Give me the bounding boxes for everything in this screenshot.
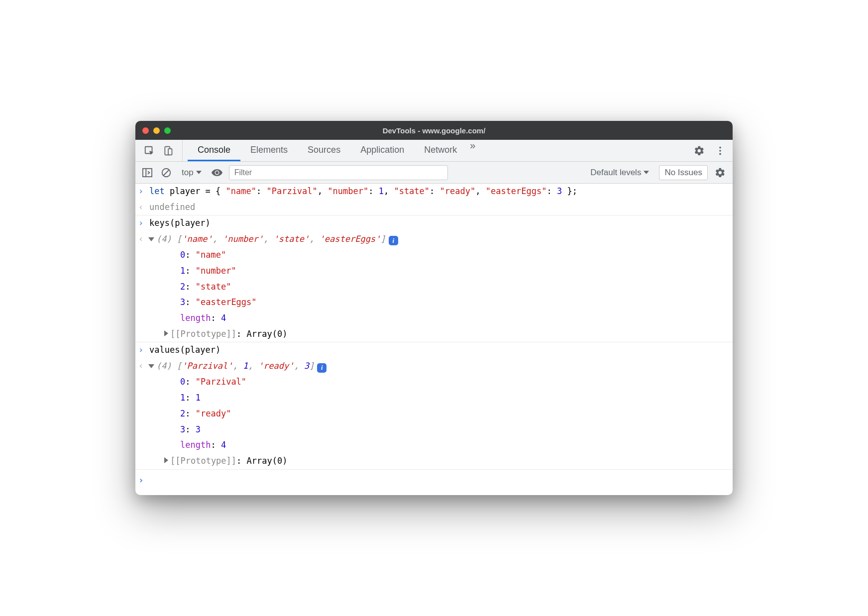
console-prompt[interactable]: › [135,469,733,495]
close-button[interactable] [142,127,149,134]
result-undefined: undefined [149,200,728,214]
console-result-row: ‹ undefined [135,200,733,215]
settings-icon[interactable] [692,143,707,158]
array-length-row: length: 4 [135,437,733,453]
svg-rect-2 [168,149,172,155]
tab-elements[interactable]: Elements [240,140,298,161]
issues-label: No Issues [664,168,702,178]
tab-network[interactable]: Network [414,140,467,161]
minimize-button[interactable] [153,127,160,134]
live-expression-icon[interactable] [210,166,224,180]
log-levels-selector[interactable]: Default levels [585,166,654,180]
code-line[interactable]: keys(player) [149,216,728,230]
clear-console-icon[interactable] [159,166,173,180]
input-marker-icon: › [138,184,149,199]
more-tabs-icon[interactable]: » [467,140,478,161]
code-line[interactable]: let player = { "name": "Parzival", "numb… [149,184,728,199]
array-summary[interactable]: (4) ['name', 'number', 'state', 'easterE… [149,232,728,246]
execution-context-selector[interactable]: top [178,166,205,180]
context-label: top [182,168,194,178]
expand-toggle-icon[interactable] [164,330,168,336]
window-controls [142,127,171,134]
array-item-row: 3: "easterEggs" [135,295,733,310]
input-marker-icon: › [138,343,149,357]
array-item-row: 0: "Parzival" [135,374,733,390]
svg-point-4 [719,150,721,152]
levels-label: Default levels [590,168,641,178]
console-toolbar: top Default levels No Issues [135,162,733,184]
code-line[interactable]: values(player) [149,343,728,357]
expand-toggle-icon[interactable] [148,364,154,368]
tab-console[interactable]: Console [188,140,240,161]
console-settings-icon[interactable] [713,165,728,180]
console-input-row: › keys(player) [135,215,733,231]
svg-line-9 [164,170,169,175]
expand-toggle-icon[interactable] [164,457,168,463]
info-icon[interactable]: i [389,236,398,245]
prototype-row: [[Prototype]]: Array(0) [135,453,733,469]
result-marker-icon: ‹ [138,200,149,214]
array-summary[interactable]: (4) ['Parzival', 1, 'ready', 3]i [149,359,728,373]
tab-application[interactable]: Application [350,140,414,161]
console-result-row: ‹ (4) ['Parzival', 1, 'ready', 3]i [135,358,733,374]
info-icon[interactable]: i [317,363,326,373]
kebab-menu-icon[interactable] [713,143,728,158]
svg-rect-6 [143,169,152,177]
prototype-row: [[Prototype]]: Array(0) [135,326,733,342]
prompt-marker-icon: › [138,475,144,485]
window-title: DevTools - www.google.com/ [135,126,733,135]
array-item-row: 0: "name" [135,247,733,263]
console-result-row: ‹ (4) ['name', 'number', 'state', 'easte… [135,231,733,247]
array-item-row: 3: 3 [135,422,733,438]
devtools-tabbar: Console Elements Sources Application Net… [135,140,733,162]
result-marker-icon: ‹ [138,232,149,246]
array-item-row: 1: 1 [135,390,733,406]
input-marker-icon: › [138,216,149,230]
titlebar: DevTools - www.google.com/ [135,121,733,140]
result-marker-icon: ‹ [138,359,149,373]
devtools-window: DevTools - www.google.com/ Console Eleme… [135,121,733,495]
array-item-row: 2: "state" [135,279,733,295]
inspect-element-icon[interactable] [142,144,156,158]
console-output: › let player = { "name": "Parzival", "nu… [135,184,733,495]
array-length-row: length: 4 [135,310,733,326]
console-input-row: › let player = { "name": "Parzival", "nu… [135,184,733,200]
tab-sources[interactable]: Sources [298,140,350,161]
svg-point-5 [719,153,721,155]
console-input-row: › values(player) [135,342,733,358]
expand-toggle-icon[interactable] [148,237,154,241]
array-item-row: 2: "ready" [135,406,733,422]
issues-button[interactable]: No Issues [659,165,708,180]
filter-input[interactable] [229,165,448,180]
device-toolbar-icon[interactable] [161,144,175,158]
console-sidebar-toggle-icon[interactable] [140,166,154,180]
svg-point-3 [719,146,721,148]
chevron-down-icon [196,170,202,175]
chevron-down-icon [644,170,649,175]
maximize-button[interactable] [164,127,171,134]
array-item-row: 1: "number" [135,263,733,279]
